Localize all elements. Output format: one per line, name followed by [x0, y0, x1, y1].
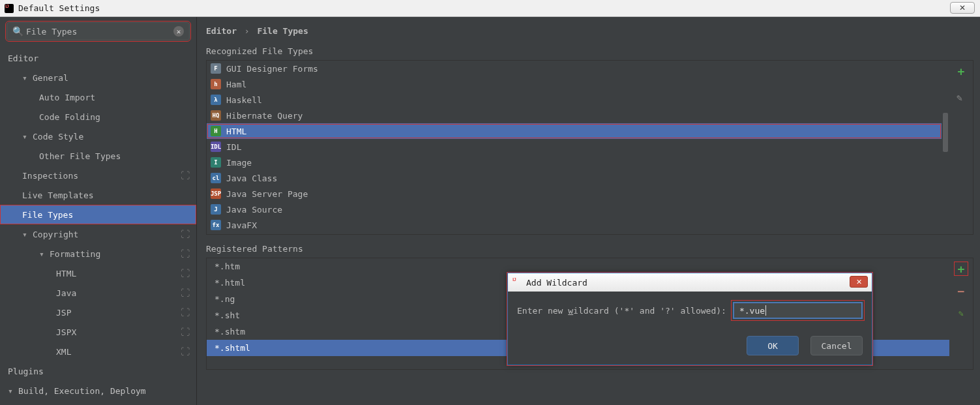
tree-jsp[interactable]: JSP⛶: [0, 303, 196, 322]
filetype-row[interactable]: hHaml: [207, 76, 942, 92]
tree-auto-import[interactable]: Auto Import: [0, 87, 196, 107]
gear-icon: ⛶: [181, 248, 190, 259]
scrollbar-thumb[interactable]: [943, 113, 948, 152]
wildcard-value: *.vue: [739, 306, 765, 316]
dialog-close-button[interactable]: ✕: [850, 276, 868, 288]
add-pattern-button[interactable]: +: [955, 262, 968, 275]
chevron-down-icon: ▾: [8, 386, 17, 396]
filetype-label: GUI Designer Forms: [226, 64, 318, 74]
tree-file-types[interactable]: File Types: [0, 205, 196, 224]
text-caret: [765, 305, 766, 316]
filetype-row[interactable]: λHaskell: [207, 92, 942, 108]
add-filetype-button[interactable]: +: [955, 65, 968, 78]
search-value: File Types: [26, 27, 173, 37]
window-titlebar: Default Settings ✕: [0, 0, 980, 17]
gear-icon: ⛶: [181, 170, 190, 181]
window-close-button[interactable]: ✕: [950, 2, 975, 14]
filetype-icon: J: [211, 204, 221, 215]
window-title: Default Settings: [18, 3, 100, 13]
wildcard-input[interactable]: *.vue: [733, 302, 863, 319]
tree-other-file-types[interactable]: Other File Types: [0, 146, 196, 166]
tree-html[interactable]: HTML⛶: [0, 263, 196, 283]
filetype-icon: I: [211, 157, 221, 168]
filetype-label: Haskell: [226, 95, 262, 105]
ok-button[interactable]: OK: [747, 336, 799, 355]
filetype-label: Haml: [226, 80, 246, 89]
dialog-titlebar[interactable]: Add Wildcard ✕: [508, 273, 872, 292]
recognized-tools: +: [949, 61, 973, 234]
tree-java[interactable]: Java⛶: [0, 283, 196, 303]
edit-filetype-button[interactable]: [955, 92, 968, 105]
intellij-icon: [4, 3, 14, 14]
tree-copyright[interactable]: ▾Copyright⛶: [0, 224, 196, 244]
filetype-label: Hibernate Query: [226, 111, 303, 121]
gear-icon: ⛶: [181, 268, 190, 278]
remove-pattern-button[interactable]: −: [955, 284, 968, 297]
filetype-row[interactable]: FGUI Designer Forms: [207, 61, 942, 76]
tree-jspx[interactable]: JSPX⛶: [0, 322, 196, 342]
cancel-button[interactable]: Cancel: [810, 336, 863, 355]
tree-inspections[interactable]: Inspections⛶: [0, 166, 196, 185]
filetype-label: JavaFX: [226, 220, 257, 230]
filetype-label: Image: [226, 158, 252, 168]
breadcrumb-separator: ›: [245, 26, 250, 36]
tree-code-folding[interactable]: Code Folding: [0, 107, 196, 127]
filetype-icon: h: [211, 79, 221, 89]
filetype-label: Java Server Page: [226, 189, 308, 199]
registered-label: Registered Patterns: [206, 244, 973, 254]
pattern-label: *.shtml: [215, 343, 250, 353]
pencil-icon: ✎: [958, 308, 964, 318]
tree-live-templates[interactable]: Live Templates: [0, 185, 196, 205]
settings-search-input[interactable]: 🔍 File Types ✕: [7, 22, 190, 40]
clear-search-icon[interactable]: ✕: [173, 26, 184, 37]
filetype-icon: IDL: [211, 142, 221, 152]
chevron-down-icon: ▾: [39, 249, 48, 259]
filetype-row[interactable]: clJava Class: [207, 170, 942, 186]
add-wildcard-dialog: Add Wildcard ✕ Enter new wildcard ('*' a…: [507, 273, 872, 365]
chevron-down-icon: ▾: [22, 132, 31, 142]
settings-sidebar: 🔍 File Types ✕ Editor ▾General Auto Impo…: [0, 17, 197, 405]
tree-editor[interactable]: Editor: [0, 48, 196, 68]
dialog-prompt: Enter new wildcard ('*' and '?' allowed)…: [517, 306, 726, 316]
gear-icon: ⛶: [181, 346, 190, 357]
pattern-label: *.htm: [215, 262, 240, 271]
tree-general[interactable]: ▾General: [0, 68, 196, 87]
filetype-row[interactable]: HHTML: [207, 123, 942, 139]
filetype-icon: HQ: [211, 110, 221, 121]
breadcrumb-file-types: File Types: [257, 26, 308, 36]
filetype-label: IDL: [226, 142, 241, 152]
pattern-label: *.sht: [215, 310, 240, 320]
scrollbar[interactable]: [942, 61, 949, 234]
filetype-icon: cl: [211, 173, 221, 183]
filetype-row[interactable]: JSPJava Server Page: [207, 186, 942, 202]
pattern-label: *.ng: [215, 294, 235, 304]
gear-icon: ⛶: [181, 327, 190, 337]
tree-xml[interactable]: XML⛶: [0, 342, 196, 361]
filetype-label: HTML: [226, 127, 246, 136]
filetype-icon: λ: [211, 95, 221, 105]
edit-pattern-button[interactable]: ✎: [955, 307, 968, 320]
pattern-label: *.html: [215, 278, 245, 288]
filetype-row[interactable]: fxJavaFX: [207, 217, 942, 233]
gear-icon: ⛶: [181, 229, 190, 239]
tree-build-tools[interactable]: ▸Build Tools: [0, 400, 196, 405]
settings-main: Editor › File Types Recognized File Type…: [197, 17, 980, 405]
filetype-row[interactable]: HQHibernate Query: [207, 108, 942, 123]
filetype-row[interactable]: IDLIDL: [207, 139, 942, 155]
filetype-icon: F: [211, 63, 221, 74]
search-icon: 🔍: [12, 26, 23, 37]
tree-build-exec-deploy[interactable]: ▾Build, Execution, Deploym: [0, 381, 196, 400]
filetype-label: Java Class: [226, 173, 277, 183]
patterns-tools: + − ✎: [949, 258, 973, 369]
gear-icon: ⛶: [181, 307, 190, 318]
filetype-row[interactable]: JJava Source: [207, 202, 942, 217]
dialog-title: Add Wildcard: [526, 278, 587, 288]
tree-formatting[interactable]: ▾Formatting⛶: [0, 244, 196, 263]
recognized-label: Recognized File Types: [206, 46, 973, 56]
tree-code-style[interactable]: ▾Code Style: [0, 127, 196, 146]
recognized-list[interactable]: FGUI Designer FormshHamlλHaskellHQHibern…: [207, 61, 942, 234]
tree-plugins[interactable]: Plugins: [0, 361, 196, 381]
filetype-row[interactable]: IImage: [207, 155, 942, 170]
pencil-icon: [957, 94, 966, 103]
breadcrumb-editor: Editor: [206, 26, 237, 36]
